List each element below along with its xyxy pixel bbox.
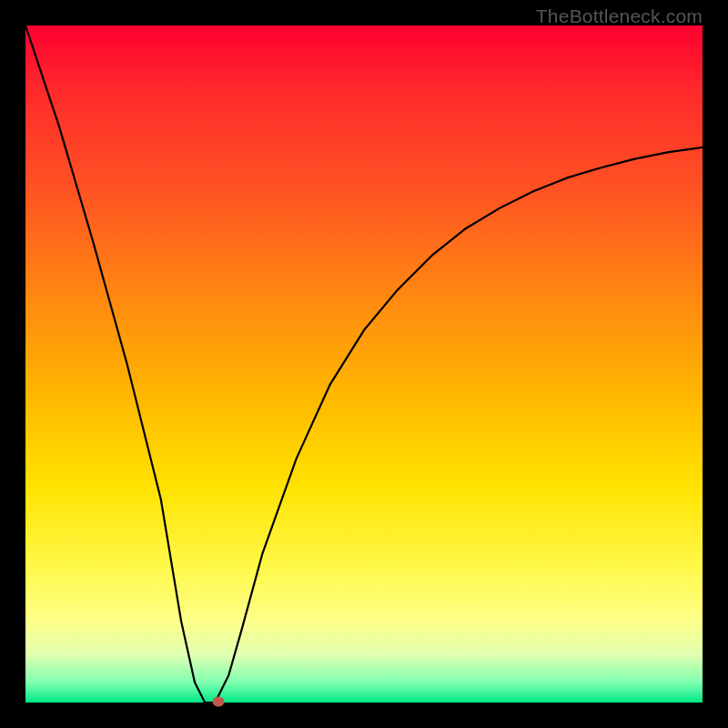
watermark-text: TheBottleneck.com <box>536 5 703 27</box>
bottleneck-curve <box>25 25 703 703</box>
plot-area <box>25 25 703 703</box>
optimum-marker <box>213 696 225 706</box>
